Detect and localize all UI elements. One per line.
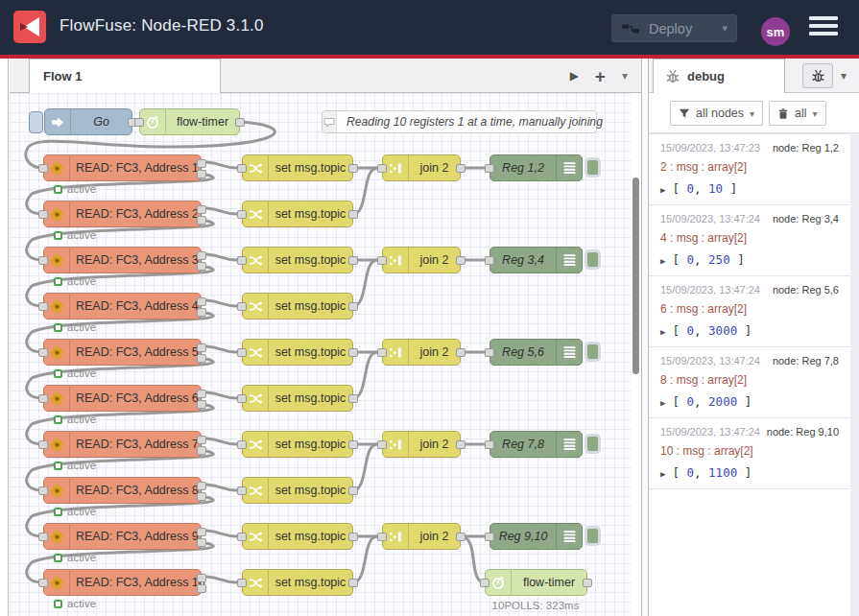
debug-toggle-button[interactable]	[585, 526, 601, 546]
node-change-4[interactable]: set msg.topic	[242, 293, 353, 320]
output-port[interactable]	[456, 533, 465, 541]
output-port-1[interactable]	[197, 574, 206, 582]
output-port-2[interactable]	[197, 308, 206, 317]
output-port-2[interactable]	[197, 400, 206, 409]
input-port[interactable]	[38, 164, 48, 173]
node-modbus-read-4[interactable]: READ: FC3, Address 4	[43, 293, 202, 320]
debug-message[interactable]: 15/09/2023, 13:47:23node: Reg 1,22 : msg…	[649, 134, 850, 205]
deploy-button[interactable]: Deploy ▾	[611, 14, 737, 42]
node-modbus-read-10[interactable]: READ: FC3, Address 10	[43, 569, 202, 596]
node-debug-reg-3[interactable]: Reg 5,6	[489, 339, 583, 366]
tab-menu-button[interactable]: ▾	[622, 69, 628, 83]
input-port[interactable]	[480, 579, 489, 587]
input-port[interactable]	[377, 256, 387, 265]
output-port[interactable]	[583, 579, 592, 587]
input-port[interactable]	[237, 394, 247, 403]
input-port[interactable]	[237, 164, 247, 173]
avatar[interactable]: sm	[761, 17, 790, 46]
input-port[interactable]	[38, 440, 48, 449]
input-port[interactable]	[237, 486, 247, 495]
sidebar-menu-button[interactable]: ▾	[841, 69, 847, 83]
debug-message[interactable]: 15/09/2023, 13:47:24node: Reg 9,1010 : m…	[649, 418, 850, 489]
input-port[interactable]	[377, 164, 387, 173]
output-port[interactable]	[348, 302, 358, 311]
input-port[interactable]	[38, 210, 48, 219]
output-port[interactable]	[456, 348, 465, 357]
node-change-6[interactable]: set msg.topic	[242, 385, 353, 412]
expand-caret-icon[interactable]: ▶	[660, 469, 665, 479]
add-flow-button[interactable]: +	[595, 67, 606, 85]
output-port-1[interactable]	[197, 297, 206, 306]
node-debug-reg-1[interactable]: Reg 1,2	[489, 154, 583, 181]
node-comment[interactable]: Reading 10 registers 1 at a time, manual…	[322, 110, 597, 133]
input-port[interactable]	[38, 394, 48, 403]
node-change-8[interactable]: set msg.topic	[242, 477, 353, 504]
debug-toggle-button[interactable]	[585, 434, 601, 454]
output-port-2[interactable]	[197, 262, 206, 271]
debug-toggle-button[interactable]	[585, 157, 601, 178]
output-port[interactable]	[348, 394, 358, 403]
node-change-2[interactable]: set msg.topic	[242, 201, 353, 227]
input-port[interactable]	[134, 118, 144, 127]
output-port[interactable]	[456, 440, 465, 449]
canvas-scrollbar-thumb[interactable]	[632, 178, 639, 374]
input-port[interactable]	[377, 440, 387, 449]
output-port-1[interactable]	[197, 436, 206, 444]
output-port-2[interactable]	[197, 446, 206, 455]
node-modbus-read-3[interactable]: READ: FC3, Address 3	[43, 247, 202, 273]
output-port-1[interactable]	[197, 528, 206, 536]
output-port[interactable]	[348, 164, 358, 173]
node-join-2[interactable]: join 2	[382, 247, 461, 273]
input-port[interactable]	[237, 533, 247, 541]
output-port-2[interactable]	[197, 170, 206, 178]
input-port[interactable]	[38, 302, 48, 311]
output-port-1[interactable]	[197, 482, 206, 490]
node-inject-go[interactable]: Go	[44, 108, 132, 135]
output-port-2[interactable]	[197, 216, 206, 225]
input-port[interactable]	[38, 533, 48, 541]
node-change-1[interactable]: set msg.topic	[242, 154, 353, 181]
input-port[interactable]	[377, 348, 387, 357]
output-port-1[interactable]	[197, 251, 206, 260]
debug-toggle-button[interactable]	[585, 249, 601, 270]
node-debug-reg-4[interactable]: Reg 7,8	[489, 431, 583, 458]
filter-nodes-button[interactable]: all nodes ▾	[670, 101, 763, 126]
expand-caret-icon[interactable]: ▶	[660, 185, 665, 195]
output-port[interactable]	[348, 440, 358, 449]
node-modbus-read-9[interactable]: READ: FC3, Address 9	[43, 523, 202, 550]
inject-button[interactable]	[29, 111, 43, 133]
output-port-1[interactable]	[197, 390, 206, 398]
output-port-2[interactable]	[197, 538, 206, 547]
clear-messages-button[interactable]: all ▾	[769, 101, 826, 126]
output-port[interactable]	[235, 118, 245, 127]
node-modbus-read-6[interactable]: READ: FC3, Address 6	[43, 385, 202, 412]
output-port[interactable]	[348, 486, 358, 495]
node-modbus-read-7[interactable]: READ: FC3, Address 7	[43, 431, 202, 458]
node-debug-reg-5[interactable]: Reg 9,10	[489, 523, 583, 550]
input-port[interactable]	[485, 348, 494, 357]
output-port[interactable]	[348, 256, 358, 265]
node-debug-reg-2[interactable]: Reg 3,4	[489, 247, 583, 273]
output-port-2[interactable]	[197, 584, 206, 593]
debug-message[interactable]: 15/09/2023, 13:47:24node: Reg 7,88 : msg…	[649, 347, 850, 418]
output-port[interactable]	[348, 210, 358, 219]
input-port[interactable]	[485, 256, 494, 265]
output-port[interactable]	[456, 256, 465, 265]
input-port[interactable]	[38, 486, 48, 495]
input-port[interactable]	[237, 348, 247, 357]
expand-caret-icon[interactable]: ▶	[660, 327, 665, 337]
debug-toggle-button[interactable]	[585, 342, 601, 362]
input-port[interactable]	[485, 164, 494, 173]
node-join-3[interactable]: join 2	[382, 339, 461, 366]
output-port[interactable]	[348, 579, 358, 587]
input-port[interactable]	[38, 579, 48, 587]
output-port[interactable]	[348, 348, 358, 357]
input-port[interactable]	[237, 302, 247, 311]
node-modbus-read-8[interactable]: READ: FC3, Address 8	[43, 477, 202, 504]
output-port-2[interactable]	[197, 492, 206, 501]
expand-caret-icon[interactable]: ▶	[660, 398, 665, 408]
input-port[interactable]	[237, 440, 247, 449]
node-change-9[interactable]: set msg.topic	[242, 523, 353, 550]
output-port-1[interactable]	[197, 344, 206, 352]
message-payload[interactable]: ▶[ 0, 2000 ]	[660, 394, 839, 409]
